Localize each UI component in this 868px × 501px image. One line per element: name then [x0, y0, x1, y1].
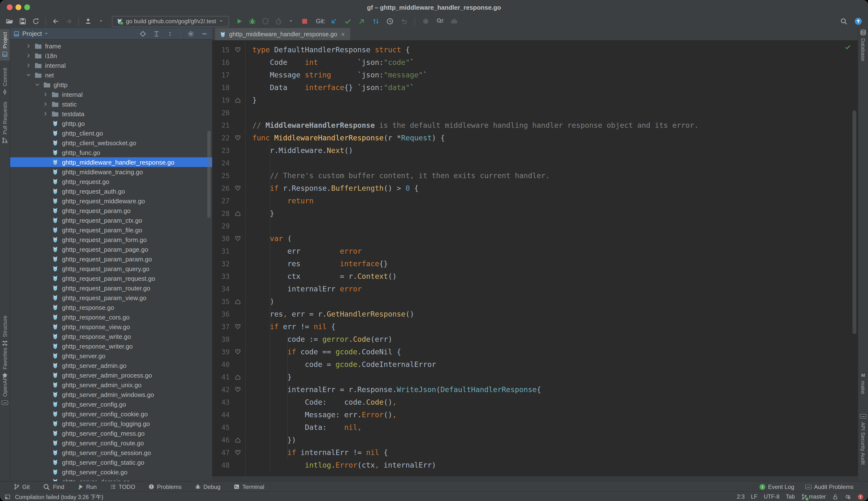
code-line-36[interactable]: res, err = r.GetHandlerResponse() [252, 308, 858, 320]
code-line-28[interactable]: } [252, 207, 858, 220]
tree-file-ghttp.go[interactable]: ghttp.go [10, 119, 212, 128]
tree-file-ghttp_request_param_file.go[interactable]: ghttp_request_param_file.go [10, 225, 212, 235]
tree-file-ghttp_request_param.go[interactable]: ghttp_request_param.go [10, 206, 212, 215]
tree-file-ghttp_server_admin_process.go[interactable]: ghttp_server_admin_process.go [10, 370, 212, 380]
tool-window-button-terminal[interactable]: Terminal [233, 483, 264, 490]
tool-stripe-button-favorites[interactable]: Favorites [0, 348, 10, 379]
tree-file-ghttp_func.go[interactable]: ghttp_func.go [10, 148, 212, 157]
tool-stripe-button-commit[interactable]: Commit [0, 68, 10, 95]
git-pull-icon[interactable] [329, 16, 338, 26]
tool-window-button-problems[interactable]: Problems [148, 483, 181, 490]
tree-file-ghttp_request_param_query.go[interactable]: ghttp_request_param_query.go [10, 264, 212, 274]
tree-file-ghttp_response.go[interactable]: ghttp_response.go [10, 302, 212, 312]
indent-style[interactable]: Tab [786, 494, 795, 500]
tree-file-ghttp_response_write.go[interactable]: ghttp_response_write.go [10, 332, 212, 341]
coverage-icon[interactable] [261, 16, 270, 26]
save-icon[interactable] [18, 16, 28, 26]
code-line-27[interactable]: return [252, 195, 858, 207]
tree-file-ghttp_middleware_tracing.go[interactable]: ghttp_middleware_tracing.go [10, 167, 212, 177]
tree-file-ghttp_request_param_form.go[interactable]: ghttp_request_param_form.go [10, 235, 212, 244]
tool-stripe-button-database[interactable]: Database [858, 29, 868, 61]
chevron-icon[interactable] [25, 62, 32, 69]
tree-file-ghttp_server_config_route.go[interactable]: ghttp_server_config_route.go [10, 438, 212, 448]
tree-file-ghttp_request_param_router.go[interactable]: ghttp_request_param_router.go [10, 283, 212, 293]
tree-file-ghttp_server_config_session.go[interactable]: ghttp_server_config_session.go [10, 448, 212, 457]
fold-open-icon[interactable] [235, 47, 241, 53]
fetch-icon[interactable] [371, 16, 380, 26]
tree-folder-i18n[interactable]: i18n [10, 51, 212, 61]
tree-folder-ghttp[interactable]: ghttp [10, 80, 212, 89]
search-struct-icon[interactable] [435, 16, 445, 26]
rollback-icon[interactable] [399, 16, 409, 26]
chevron-icon[interactable] [42, 101, 49, 107]
tool-stripe-button-openapi[interactable]: OpenAPI/API [0, 375, 10, 406]
ide-error-icon[interactable] [857, 493, 864, 500]
code-line-45[interactable]: Data: nil, [252, 421, 858, 434]
run-configuration-select[interactable]: go build github.com/gogf/gf/v2/.test [112, 16, 229, 27]
chevron-icon[interactable] [42, 110, 49, 117]
cloud-icon[interactable] [449, 16, 459, 26]
fold-close-icon[interactable] [235, 437, 241, 443]
code-line-23[interactable]: r.Middleware.Next() [252, 144, 858, 157]
code-area[interactable]: type DefaultHandlerResponse struct { Cod… [246, 40, 858, 481]
tree-file-ghttp_request_middleware.go[interactable]: ghttp_request_middleware.go [10, 196, 212, 206]
tree-folder-static[interactable]: static [10, 99, 212, 109]
tree-folder-internal[interactable]: internal [10, 89, 212, 99]
git-branch-widget[interactable]: master [801, 493, 826, 500]
code-line-46[interactable]: }) [252, 434, 858, 446]
tree-file-ghttp_middleware_handler_response.go[interactable]: ghttp_middleware_handler_response.go [10, 157, 212, 167]
locate-icon[interactable] [138, 28, 148, 39]
ide-update-icon[interactable] [854, 16, 863, 26]
tree-file-ghttp_server_config_static.go[interactable]: ghttp_server_config_static.go [10, 457, 212, 467]
file-encoding[interactable]: UTF-8 [764, 494, 780, 500]
tool-window-toggle-icon[interactable] [4, 493, 11, 500]
tree-file-ghttp_server_config_logging.go[interactable]: ghttp_server_config_logging.go [10, 419, 212, 428]
open-folder-icon[interactable] [5, 16, 14, 26]
editor-tab[interactable]: ghttp_middleware_handler_response.go [215, 28, 350, 40]
tree-file-ghttp_client.go[interactable]: ghttp_client.go [10, 128, 212, 138]
chevron-icon[interactable] [25, 72, 32, 78]
chevron-icon[interactable] [34, 81, 40, 88]
fold-open-icon[interactable] [235, 185, 241, 191]
tool-window-button-event-log[interactable]: 1Event Log [759, 483, 794, 490]
tree-file-ghttp_request.go[interactable]: ghttp_request.go [10, 177, 212, 186]
tool-stripe-button-structure[interactable]: Structure [0, 316, 10, 347]
chevron-down-icon[interactable] [97, 16, 106, 26]
code-line-25[interactable]: // There's custom buffer content, it the… [252, 169, 858, 182]
caret-position[interactable]: 2:3 [737, 494, 745, 500]
fold-open-icon[interactable] [235, 450, 241, 456]
tool-stripe-button-pull-requests[interactable]: Pull Requests [0, 102, 10, 144]
tree-folder-frame[interactable]: frame [10, 41, 212, 51]
project-panel-header[interactable]: Project [10, 28, 212, 40]
tree-file-ghttp_request_auth.go[interactable]: ghttp_request_auth.go [10, 186, 212, 196]
commit-check-icon[interactable] [343, 16, 352, 26]
tree-file-ghttp_server_admin_unix.go[interactable]: ghttp_server_admin_unix.go [10, 380, 212, 390]
history-icon[interactable] [385, 16, 395, 26]
search-icon[interactable] [839, 16, 849, 26]
fold-close-icon[interactable] [235, 97, 241, 103]
code-line-37[interactable]: if err != nil { [252, 320, 858, 333]
fold-close-icon[interactable] [235, 211, 241, 216]
tree-file-ghttp_server_admin.go[interactable]: ghttp_server_admin.go [10, 361, 212, 370]
tree-file-ghttp_server_admin_windows.go[interactable]: ghttp_server_admin_windows.go [10, 390, 212, 399]
user-icon[interactable] [84, 16, 94, 26]
tree-file-ghttp_client_websocket.go[interactable]: ghttp_client_websocket.go [10, 138, 212, 148]
code-line-17[interactable]: Message string `json:"message"` [252, 69, 858, 81]
tree-folder-testdata[interactable]: testdata [10, 109, 212, 119]
tree-file-ghttp_response_writer.go[interactable]: ghttp_response_writer.go [10, 341, 212, 351]
tree-file-ghttp_request_param_param.go[interactable]: ghttp_request_param_param.go [10, 254, 212, 264]
code-line-24[interactable] [252, 157, 858, 169]
close-icon[interactable] [340, 31, 346, 37]
code-line-41[interactable]: } [252, 371, 858, 383]
code-line-22[interactable]: func MiddlewareHandlerResponse(r *Reques… [252, 132, 858, 144]
gear-icon[interactable] [186, 28, 196, 39]
tree-folder-internal[interactable]: internal [10, 61, 212, 70]
tree-file-ghttp_request_param_ctx.go[interactable]: ghttp_request_param_ctx.go [10, 215, 212, 225]
expand-all-icon[interactable] [151, 28, 161, 39]
tree-file-ghttp_request_param_view.go[interactable]: ghttp_request_param_view.go [10, 293, 212, 302]
code-line-40[interactable]: code = gcode.CodeInternalError [252, 358, 858, 371]
editor-scrollbar[interactable] [853, 110, 856, 334]
tool-stripe-button-make[interactable]: Mmake [858, 372, 868, 394]
tool-window-button-debug[interactable]: Debug [195, 483, 221, 490]
tool-stripe-button-api-security-audit[interactable]: /APIAPI Security Audit [858, 413, 868, 465]
